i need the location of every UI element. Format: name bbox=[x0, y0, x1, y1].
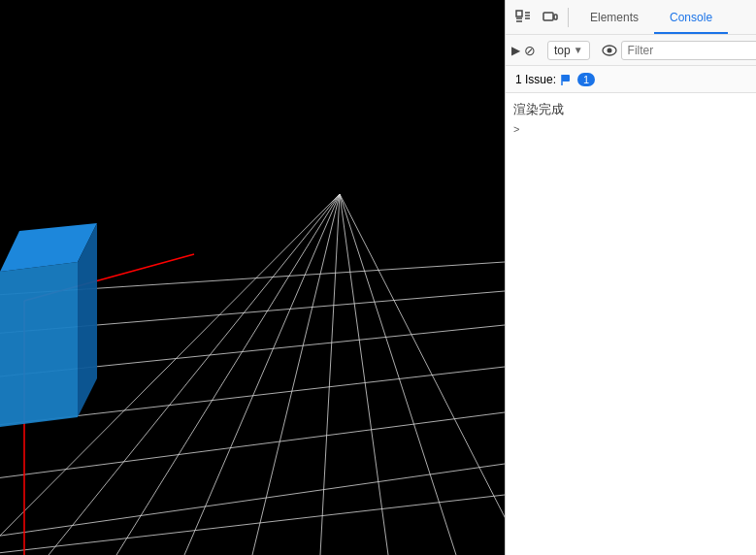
issue-count-badge: 1 bbox=[577, 73, 595, 86]
svg-marker-18 bbox=[0, 262, 78, 427]
canvas-area bbox=[0, 0, 505, 555]
console-toolbar: ▶ ⊘ top ▼ bbox=[506, 35, 756, 66]
log-entry: 渲染完成 bbox=[506, 99, 756, 120]
issue-flag-icon bbox=[560, 73, 574, 86]
tab-elements[interactable]: Elements bbox=[575, 3, 654, 34]
svg-line-5 bbox=[320, 194, 340, 555]
context-selector[interactable]: top ▼ bbox=[547, 41, 590, 60]
block-icon[interactable]: ⊘ bbox=[524, 39, 536, 62]
device-toggle-icon[interactable] bbox=[539, 6, 562, 29]
svg-line-14 bbox=[0, 464, 505, 539]
log-expand-entry[interactable]: > bbox=[506, 120, 756, 137]
issue-label: 1 Issue: bbox=[515, 73, 556, 86]
console-log: 渲染完成 > bbox=[506, 93, 756, 555]
expand-arrow-icon[interactable]: > bbox=[513, 123, 519, 135]
run-icon[interactable]: ▶ bbox=[511, 39, 520, 62]
tab-console[interactable]: Console bbox=[654, 3, 728, 34]
devtools-icon-toolbar: Elements Console bbox=[506, 0, 756, 35]
devtools-panel: Elements Console ▶ ⊘ top ▼ 1 Issue: 1 bbox=[505, 0, 756, 555]
svg-rect-27 bbox=[543, 13, 553, 20]
svg-line-8 bbox=[340, 194, 505, 555]
context-label: top bbox=[554, 44, 571, 57]
inspect-element-icon[interactable] bbox=[511, 6, 535, 29]
chevron-down-icon: ▼ bbox=[574, 45, 583, 55]
toolbar-divider bbox=[568, 8, 569, 27]
eye-icon[interactable] bbox=[602, 39, 617, 62]
svg-rect-21 bbox=[516, 11, 522, 16]
svg-line-6 bbox=[340, 194, 388, 555]
svg-line-2 bbox=[116, 194, 340, 555]
filter-input[interactable] bbox=[621, 41, 756, 60]
svg-point-30 bbox=[607, 48, 611, 52]
svg-line-3 bbox=[184, 194, 340, 555]
svg-rect-31 bbox=[562, 75, 570, 82]
issue-bar: 1 Issue: 1 bbox=[506, 66, 756, 93]
svg-rect-28 bbox=[554, 15, 557, 19]
log-text: 渲染完成 bbox=[513, 101, 564, 118]
